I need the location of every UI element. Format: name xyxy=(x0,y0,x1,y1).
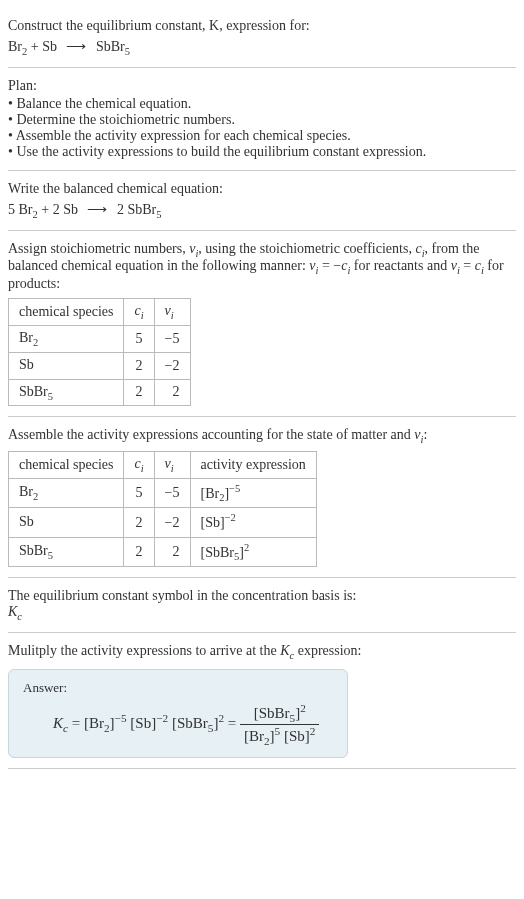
cell-nui: −2 xyxy=(154,352,190,379)
cell-activity: [SbBr5]2 xyxy=(190,537,316,566)
intro-line: Construct the equilibrium constant, K, e… xyxy=(8,18,310,33)
col-ci: ci xyxy=(124,452,154,479)
balanced-title: Write the balanced chemical equation: xyxy=(8,181,516,197)
cell-species: SbBr5 xyxy=(9,379,124,406)
cell-species: SbBr5 xyxy=(9,537,124,566)
col-nui: νi xyxy=(154,452,190,479)
col-activity: activity expression xyxy=(190,452,316,479)
problem-statement: Construct the equilibrium constant, K, e… xyxy=(8,8,516,68)
reactant-br2: Br2 xyxy=(8,39,27,54)
multiply-section: Mulitply the activity expressions to arr… xyxy=(8,633,516,769)
col-ci: ci xyxy=(124,299,154,326)
table-row: SbBr5 2 2 xyxy=(9,379,191,406)
table-header-row: chemical species ci νi activity expressi… xyxy=(9,452,317,479)
col-species: chemical species xyxy=(9,452,124,479)
cell-species: Br2 xyxy=(9,478,124,507)
cell-ci: 2 xyxy=(124,537,154,566)
product-sbbr5: SbBr5 xyxy=(92,39,130,54)
stoich-section: Assign stoichiometric numbers, νi, using… xyxy=(8,231,516,418)
activity-section: Assemble the activity expressions accoun… xyxy=(8,417,516,578)
table-row: Br2 5 −5 [Br2]−5 xyxy=(9,478,317,507)
arrow-icon: ⟶ xyxy=(87,201,107,218)
cell-nui: −5 xyxy=(154,325,190,352)
table-row: SbBr5 2 2 [SbBr5]2 xyxy=(9,537,317,566)
table-row: Sb 2 −2 [Sb]−2 xyxy=(9,508,317,537)
cell-activity: [Br2]−5 xyxy=(190,478,316,507)
balanced-equation-section: Write the balanced chemical equation: 5 … xyxy=(8,171,516,231)
cell-ci: 2 xyxy=(124,508,154,537)
table-row: Sb 2 −2 xyxy=(9,352,191,379)
denominator: [Br2]5 [Sb]2 xyxy=(240,725,319,747)
stoich-intro: Assign stoichiometric numbers, νi, using… xyxy=(8,241,516,293)
multiply-text: Mulitply the activity expressions to arr… xyxy=(8,643,516,661)
plan-title: Plan: xyxy=(8,78,516,94)
plan-list: Balance the chemical equation. Determine… xyxy=(8,96,516,160)
cell-nui: −5 xyxy=(154,478,190,507)
kc-expression: Kc = [Br2]−5 [Sb]−2 [SbBr5]2 = [SbBr5]2[… xyxy=(23,702,333,747)
unbalanced-equation: Br2 + Sb ⟶ SbBr5 xyxy=(8,38,516,57)
plan-item: Determine the stoichiometric numbers. xyxy=(8,112,516,128)
cell-ci: 5 xyxy=(124,325,154,352)
fraction: [SbBr5]2[Br2]5 [Sb]2 xyxy=(240,702,319,747)
plan-item: Assemble the activity expression for eac… xyxy=(8,128,516,144)
cell-species: Sb xyxy=(9,352,124,379)
cell-nui: 2 xyxy=(154,537,190,566)
arrow-icon: ⟶ xyxy=(66,38,86,55)
table-header-row: chemical species ci νi xyxy=(9,299,191,326)
plan-section: Plan: Balance the chemical equation. Det… xyxy=(8,68,516,171)
cell-ci: 2 xyxy=(124,352,154,379)
kc-symbol: Kc xyxy=(8,604,516,622)
cell-ci: 2 xyxy=(124,379,154,406)
answer-box: Answer: Kc = [Br2]−5 [Sb]−2 [SbBr5]2 = [… xyxy=(8,669,348,758)
plan-item: Use the activity expressions to build th… xyxy=(8,144,516,160)
kc-symbol-section: The equilibrium constant symbol in the c… xyxy=(8,578,516,633)
numerator: [SbBr5]2 xyxy=(240,702,319,725)
col-species: chemical species xyxy=(9,299,124,326)
cell-species: Sb xyxy=(9,508,124,537)
stoich-table: chemical species ci νi Br2 5 −5 Sb 2 −2 … xyxy=(8,298,191,406)
answer-label: Answer: xyxy=(23,680,333,696)
cell-species: Br2 xyxy=(9,325,124,352)
activity-table: chemical species ci νi activity expressi… xyxy=(8,451,317,567)
problem-text: Construct the equilibrium constant, K, e… xyxy=(8,18,516,34)
cell-ci: 5 xyxy=(124,478,154,507)
balanced-equation: 5 Br2 + 2 Sb ⟶ 2 SbBr5 xyxy=(8,201,516,220)
cell-nui: 2 xyxy=(154,379,190,406)
cell-activity: [Sb]−2 xyxy=(190,508,316,537)
activity-intro: Assemble the activity expressions accoun… xyxy=(8,427,516,445)
col-nui: νi xyxy=(154,299,190,326)
kc-text: The equilibrium constant symbol in the c… xyxy=(8,588,516,604)
plan-item: Balance the chemical equation. xyxy=(8,96,516,112)
table-row: Br2 5 −5 xyxy=(9,325,191,352)
cell-nui: −2 xyxy=(154,508,190,537)
